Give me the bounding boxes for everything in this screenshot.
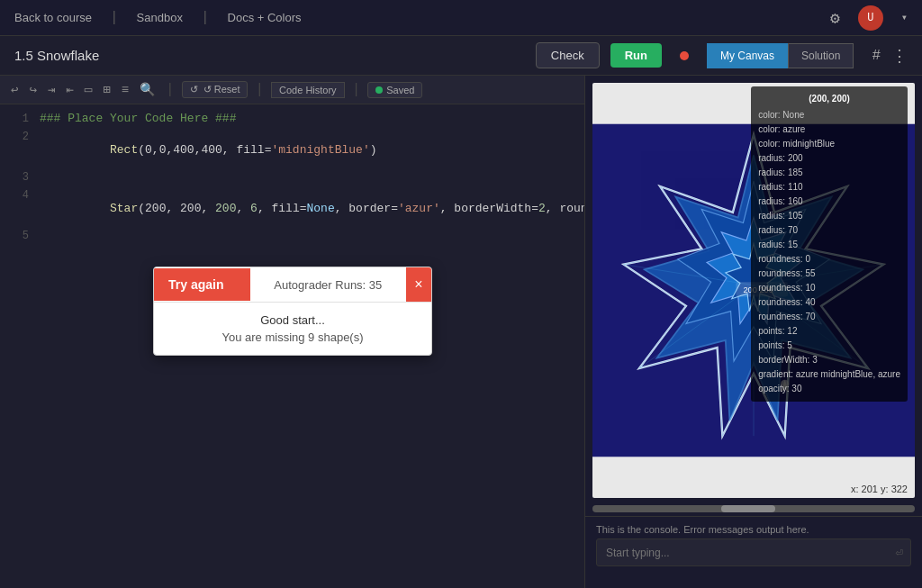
modal-body: Good start... You are missing 9 shape(s) (154, 303, 431, 355)
run-button[interactable]: Run (610, 43, 662, 68)
docs-colors-link[interactable]: Docs + Colors (228, 11, 302, 24)
saved-label: Saved (386, 85, 414, 95)
separator-2: | (201, 10, 210, 26)
line-number: 4 (7, 188, 29, 229)
top-bar: Back to course | Sandbox | Docs + Colors… (0, 0, 922, 36)
code-comment: ### Place Your Code Here ### (40, 112, 236, 130)
reset-button[interactable]: ↺ ↺ Reset (182, 81, 249, 98)
tooltip-points-12: points: 12 (758, 324, 900, 339)
tooltip-radius-15: radius: 15 (758, 238, 900, 252)
hash-icon[interactable]: # (872, 48, 881, 64)
tooltip-color-none: color: None (758, 108, 900, 122)
saved-button[interactable]: Saved (367, 82, 422, 98)
toolbar-sep: | (166, 82, 175, 98)
canvas-toggle: My Canvas Solution (707, 43, 854, 68)
code-line-3: 3 (7, 170, 577, 188)
square-icon[interactable]: ▭ (81, 80, 95, 99)
reset-icon: ↺ (190, 84, 198, 95)
try-again-modal: Try again Autograder Runs: 35 × Good sta… (153, 267, 432, 356)
tooltip-radius-70: radius: 70 (758, 223, 900, 238)
tooltip-color-azure: color: azure (758, 122, 900, 137)
editor-toolbar: ↩ ↪ ⇥ ⇤ ▭ ⊞ ≡ 🔍 | ↺ ↺ Reset | Code Histo… (0, 76, 584, 104)
tooltip-gradient: gradient: azure midnightBlue, azure (758, 367, 900, 382)
page-title: 1.5 Snowflake (14, 48, 99, 63)
tooltip-color-midnightblue: color: midnightBlue (758, 137, 900, 151)
code-line-1: 1 ### Place Your Code Here ### (7, 112, 577, 130)
code-content: Rect(0,0,400,400, fill='midnightBlue') (40, 130, 377, 170)
tooltip-radius-105: radius: 105 (758, 209, 900, 223)
reset-label: ↺ Reset (203, 84, 240, 95)
autograder-runs-label: Autograder Runs: 35 (250, 269, 406, 301)
line-number: 5 (7, 229, 29, 247)
tooltip-border-width-3: borderWidth: 3 (758, 353, 900, 367)
line-number: 1 (7, 112, 29, 130)
tooltip-roundness-55: roundness: 55 (758, 267, 900, 281)
canvas-scrollbar-thumb[interactable] (721, 505, 775, 512)
tooltip-points-5: points: 5 (758, 339, 900, 353)
canvas-tooltip: (200, 200) color: None color: azure colo… (751, 86, 908, 402)
undo-icon[interactable]: ↩ (7, 80, 22, 99)
canvas-panel: 200 200 (200, 200) color: None color: az… (585, 76, 922, 588)
code-line-4: 4 Star(200, 200, 200, 6, fill=None, bord… (7, 188, 577, 229)
sandbox-link[interactable]: Sandbox (137, 11, 183, 24)
canvas-coordinates: x: 201 y: 322 (851, 484, 908, 494)
tooltip-roundness-40: roundness: 40 (758, 295, 900, 310)
line-number: 2 (7, 130, 29, 170)
title-bar: 1.5 Snowflake Check Run My Canvas Soluti… (0, 36, 922, 76)
line-number: 3 (7, 170, 29, 188)
console-send-icon[interactable]: ⏎ (889, 539, 910, 565)
code-content: Star(200, 200, 200, 6, fill=None, border… (40, 188, 584, 229)
more-options-icon[interactable]: ⋮ (891, 46, 908, 66)
code-line-2: 2 Rect(0,0,400,400, fill='midnightBlue') (7, 130, 577, 170)
tooltip-radius-185: radius: 185 (758, 166, 900, 180)
toolbar-sep3: | (352, 82, 361, 98)
toolbar-sep2: | (255, 82, 264, 98)
tooltip-roundness-0: roundness: 0 (758, 252, 900, 267)
good-start-text: Good start... (168, 313, 417, 327)
console-area: This is the console. Error messages outp… (585, 516, 922, 588)
chevron-down-icon[interactable]: ▾ (901, 11, 908, 24)
grid-icon[interactable]: ⊞ (99, 80, 113, 99)
solution-button[interactable]: Solution (788, 43, 854, 68)
editor-panel: ↩ ↪ ⇥ ⇤ ▭ ⊞ ≡ 🔍 | ↺ ↺ Reset | Code Histo… (0, 76, 585, 588)
console-info-text: This is the console. Error messages outp… (596, 524, 911, 535)
search-icon[interactable]: 🔍 (136, 80, 158, 99)
indent-icon[interactable]: ⇥ (44, 80, 59, 99)
back-to-course-link[interactable]: Back to course (14, 11, 92, 24)
saved-dot-icon (375, 86, 383, 94)
format-icon[interactable]: ≡ (118, 81, 132, 99)
canvas-scrollbar[interactable] (592, 505, 915, 512)
gear-icon[interactable]: ⚙ (830, 8, 840, 28)
canvas-area: 200 200 (200, 200) color: None color: az… (592, 83, 915, 498)
code-editor[interactable]: 1 ### Place Your Code Here ### 2 Rect(0,… (0, 104, 584, 588)
code-line-5: 5 (7, 229, 577, 247)
main-area: ↩ ↪ ⇥ ⇤ ▭ ⊞ ≡ 🔍 | ↺ ↺ Reset | Code Histo… (0, 76, 922, 588)
separator-1: | (110, 10, 119, 26)
unindent-icon[interactable]: ⇤ (62, 80, 77, 99)
tooltip-roundness-10: roundness: 10 (758, 281, 900, 295)
code-history-button[interactable]: Code History (271, 82, 345, 98)
tooltip-title: (200, 200) (758, 92, 900, 106)
modal-close-button[interactable]: × (406, 267, 431, 302)
status-dot (680, 51, 689, 60)
tooltip-opacity: opacity: 30 (758, 382, 900, 396)
missing-shapes-text: You are missing 9 shape(s) (168, 330, 417, 344)
console-input-area: ⏎ (596, 538, 911, 566)
redo-icon[interactable]: ↪ (25, 80, 40, 99)
avatar[interactable]: U (858, 5, 883, 31)
console-input[interactable] (597, 541, 889, 565)
modal-header: Try again Autograder Runs: 35 × (154, 267, 431, 303)
tooltip-radius-200: radius: 200 (758, 151, 900, 166)
tooltip-roundness-70: roundness: 70 (758, 310, 900, 324)
try-again-label[interactable]: Try again (154, 268, 250, 301)
tooltip-radius-160: radius: 160 (758, 194, 900, 209)
check-button[interactable]: Check (536, 42, 600, 68)
tooltip-radius-110: radius: 110 (758, 180, 900, 194)
my-canvas-button[interactable]: My Canvas (707, 43, 788, 68)
